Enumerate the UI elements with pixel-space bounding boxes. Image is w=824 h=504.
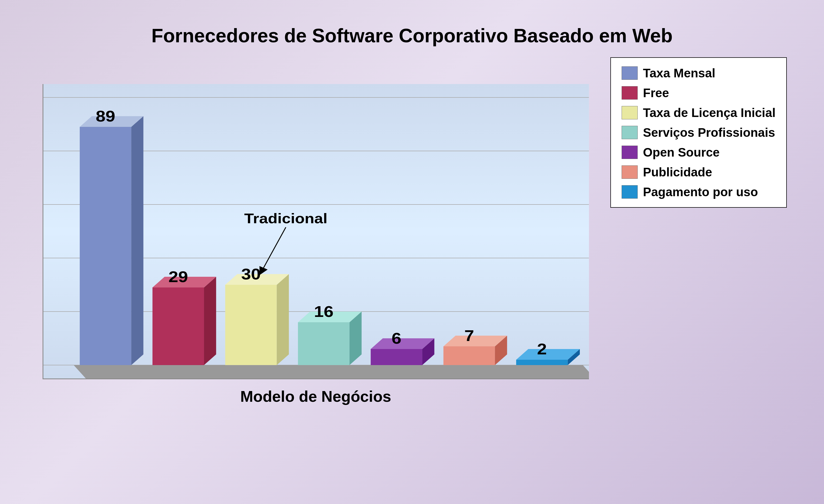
legend-color-free xyxy=(622,86,638,100)
chart-container: Fornecedores de Software Corporativo Bas… xyxy=(37,25,787,480)
svg-text:29: 29 xyxy=(169,268,188,285)
svg-rect-18 xyxy=(152,288,204,365)
svg-text:6: 6 xyxy=(392,329,402,347)
legend-item-taxa-mensal: Taxa Mensal xyxy=(622,66,776,80)
legend-label-free: Free xyxy=(643,86,669,100)
svg-text:30: 30 xyxy=(241,265,261,283)
svg-rect-30 xyxy=(371,349,422,365)
chart-svg: 100 80 60 40 20 0 xyxy=(43,84,589,379)
legend-item-pagamento-uso: Pagamento por uso xyxy=(622,185,776,199)
plot-area: 100 80 60 40 20 0 xyxy=(42,84,589,379)
legend-color-servicos-prof xyxy=(622,126,638,139)
legend-item-free: Free xyxy=(622,86,776,100)
svg-marker-13 xyxy=(74,365,589,379)
svg-text:2: 2 xyxy=(537,340,547,358)
svg-rect-26 xyxy=(298,322,349,365)
legend-color-publicidade xyxy=(622,166,638,179)
legend-item-servicos-prof: Serviços Profissionais xyxy=(622,125,776,140)
svg-text:Tradicional: Tradicional xyxy=(244,211,327,226)
legend-item-publicidade: Publicidade xyxy=(622,165,776,179)
svg-marker-15 xyxy=(131,116,143,365)
legend-label-pagamento-uso: Pagamento por uso xyxy=(643,185,758,199)
legend-label-taxa-mensal: Taxa Mensal xyxy=(643,66,715,80)
svg-text:7: 7 xyxy=(464,327,474,344)
legend-label-servicos-prof: Serviços Profissionais xyxy=(643,125,775,140)
svg-rect-14 xyxy=(80,127,131,365)
legend-color-open-source xyxy=(622,145,638,159)
svg-rect-38 xyxy=(516,360,568,365)
svg-marker-23 xyxy=(277,274,289,365)
chart-body: 100 80 60 40 20 0 xyxy=(37,57,787,480)
svg-rect-22 xyxy=(225,285,277,365)
svg-rect-34 xyxy=(443,346,495,365)
legend-label-publicidade: Publicidade xyxy=(643,165,712,179)
legend-label-open-source: Open Source xyxy=(643,145,720,160)
legend-item-open-source: Open Source xyxy=(622,145,776,160)
legend-color-pagamento-uso xyxy=(622,185,638,199)
svg-marker-19 xyxy=(204,277,216,365)
svg-text:89: 89 xyxy=(96,107,115,125)
chart-area: 100 80 60 40 20 0 xyxy=(37,57,589,405)
x-axis-label: Modelo de Negócios xyxy=(42,387,589,405)
legend-color-taxa-licenca xyxy=(622,106,638,119)
legend: Taxa MensalFreeTaxa de Licença InicialSe… xyxy=(610,57,787,208)
legend-label-taxa-licenca: Taxa de Licença Inicial xyxy=(643,105,776,120)
chart-title: Fornecedores de Software Corporativo Bas… xyxy=(151,25,673,46)
svg-text:16: 16 xyxy=(314,303,333,320)
legend-color-taxa-mensal xyxy=(622,66,638,80)
legend-item-taxa-licenca: Taxa de Licença Inicial xyxy=(622,105,776,120)
